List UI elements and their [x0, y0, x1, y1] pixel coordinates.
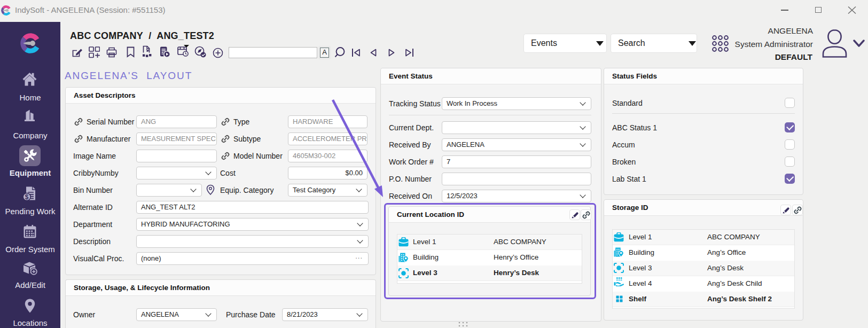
- svg-text:$: $: [25, 193, 29, 201]
